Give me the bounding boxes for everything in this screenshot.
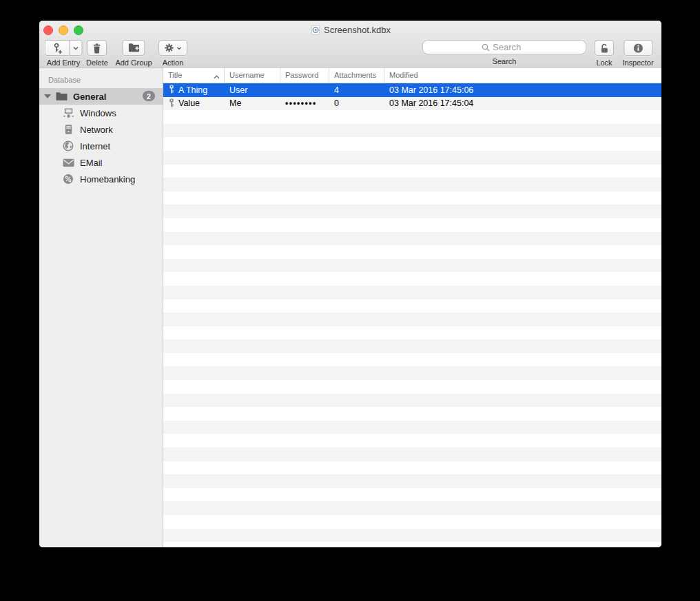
chevron-down-icon xyxy=(73,46,79,50)
envelope-icon xyxy=(62,157,74,168)
cell-attachments: 0 xyxy=(329,98,384,108)
empty-row xyxy=(163,501,661,515)
add-entry-dropdown-button[interactable] xyxy=(70,40,83,56)
sidebar-item-network[interactable]: Network xyxy=(39,121,163,138)
inspector-button[interactable] xyxy=(624,40,652,56)
empty-row xyxy=(163,394,661,408)
entry-table: Title Username Password Attachments Modi… xyxy=(163,67,661,547)
chevron-down-icon xyxy=(176,46,182,50)
empty-row xyxy=(163,110,661,124)
cell-username: User xyxy=(225,85,280,95)
empty-row xyxy=(163,421,661,434)
trash-icon xyxy=(92,43,102,54)
add-group-tool: Add Group xyxy=(115,40,152,67)
cell-password: •••••••• xyxy=(280,98,329,108)
add-entry-button[interactable] xyxy=(45,40,70,56)
window-title-text: Screenshot.kdbx xyxy=(324,25,391,35)
table-body: A Thing User 4 03 Mar 2016 17:45:06 Valu… xyxy=(163,83,661,547)
key-icon xyxy=(169,85,174,95)
windows-icon xyxy=(62,107,74,118)
empty-row xyxy=(163,232,661,246)
app-window: Screenshot.kdbx Add Entry xyxy=(39,21,661,547)
lock-button[interactable] xyxy=(595,40,614,56)
disclosure-triangle-icon[interactable] xyxy=(44,94,51,98)
column-header-username[interactable]: Username xyxy=(225,67,280,83)
inspector-label: Inspector xyxy=(622,59,653,67)
sidebar-item-email[interactable]: EMail xyxy=(39,154,163,171)
column-header-title[interactable]: Title xyxy=(163,67,225,83)
inspector-tool: Inspector xyxy=(622,40,653,67)
empty-row xyxy=(163,542,661,547)
sidebar-section-header: Database xyxy=(39,73,163,88)
sidebar-item-homebanking[interactable]: Homebanking xyxy=(39,171,163,187)
add-group-button[interactable] xyxy=(122,40,145,56)
action-label: Action xyxy=(158,59,187,67)
empty-row xyxy=(163,191,661,205)
unlock-icon xyxy=(599,43,610,54)
sidebar-item-internet[interactable]: Internet xyxy=(39,138,163,154)
empty-row xyxy=(163,204,661,218)
cell-title: A Thing xyxy=(163,85,225,95)
sidebar-item-general[interactable]: General 2 xyxy=(39,88,163,105)
close-button[interactable] xyxy=(43,25,53,35)
empty-row xyxy=(163,299,661,313)
key-icon xyxy=(169,98,174,109)
sidebar-item-label: Internet xyxy=(80,141,110,151)
empty-row xyxy=(163,245,661,259)
column-header-password[interactable]: Password xyxy=(280,67,329,83)
server-icon xyxy=(62,124,74,135)
search-label: Search xyxy=(422,57,586,65)
traffic-lights xyxy=(43,25,83,35)
lock-label: Lock xyxy=(595,59,614,67)
zoom-button[interactable] xyxy=(74,25,83,35)
info-icon xyxy=(632,43,644,54)
sidebar-item-label: EMail xyxy=(80,158,103,168)
empty-row xyxy=(163,165,661,178)
column-header-attachments[interactable]: Attachments xyxy=(329,67,384,83)
empty-row xyxy=(163,339,661,353)
cell-modified: 03 Mar 2016 17:45:06 xyxy=(384,85,661,95)
minimize-button[interactable] xyxy=(59,25,68,35)
empty-row xyxy=(163,488,661,502)
sidebar: Database General 2 Windows Network xyxy=(39,67,163,547)
delete-button[interactable] xyxy=(87,40,107,56)
globe-icon xyxy=(62,140,74,151)
empty-row xyxy=(163,353,661,367)
search-icon xyxy=(482,43,490,52)
add-entry-label: Add Entry xyxy=(45,59,83,67)
sort-ascending-icon xyxy=(214,72,220,81)
empty-row xyxy=(163,515,661,529)
empty-row xyxy=(163,529,661,542)
sidebar-item-label: Network xyxy=(80,125,113,135)
action-button[interactable] xyxy=(158,40,187,56)
empty-row xyxy=(163,434,661,447)
empty-row xyxy=(163,366,661,380)
action-tool: Action xyxy=(158,40,187,67)
lock-tool: Lock xyxy=(595,40,614,67)
cell-title: Value xyxy=(163,98,225,109)
table-row[interactable]: Value Me •••••••• 0 03 Mar 2016 17:45:04 xyxy=(163,97,661,111)
empty-row xyxy=(163,461,661,475)
cell-modified: 03 Mar 2016 17:45:04 xyxy=(384,98,661,108)
empty-row xyxy=(163,313,661,326)
delete-label: Delete xyxy=(86,59,108,67)
empty-row xyxy=(163,380,661,394)
add-group-label: Add Group xyxy=(115,59,152,67)
empty-row xyxy=(163,326,661,340)
folder-icon xyxy=(55,91,68,102)
empty-row xyxy=(163,124,661,138)
search-field[interactable] xyxy=(422,40,586,54)
sidebar-item-windows[interactable]: Windows xyxy=(39,105,163,121)
empty-row xyxy=(163,151,661,165)
sidebar-item-label: General xyxy=(73,92,106,102)
search-input[interactable] xyxy=(493,42,527,52)
key-plus-icon xyxy=(52,43,63,54)
empty-row xyxy=(163,272,661,286)
table-row[interactable]: A Thing User 4 03 Mar 2016 17:45:06 xyxy=(163,83,661,97)
empty-row xyxy=(163,218,661,232)
percent-icon xyxy=(62,173,74,184)
entry-count-badge: 2 xyxy=(143,91,155,101)
empty-row xyxy=(163,447,661,461)
document-proxy-icon[interactable] xyxy=(310,25,320,35)
column-header-modified[interactable]: Modified xyxy=(384,67,661,83)
